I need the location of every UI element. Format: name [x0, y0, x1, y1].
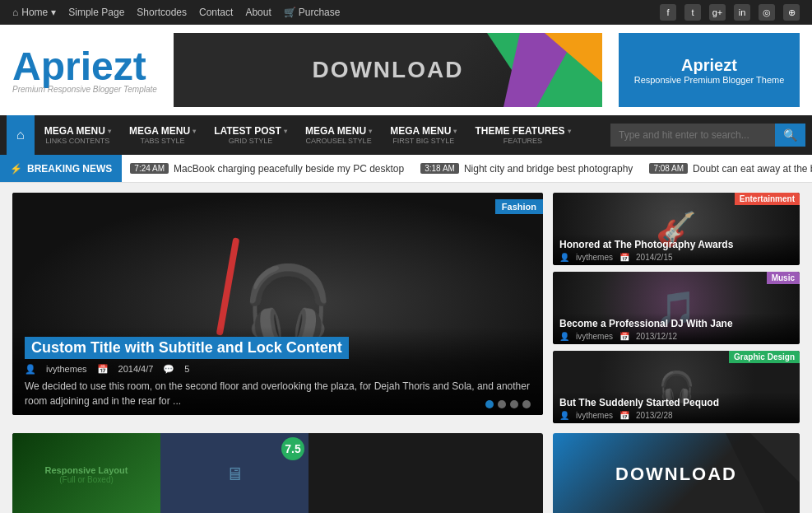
side-card-title-1: Honored at The Photography Awards [559, 239, 793, 250]
cart-icon: 🛒 [284, 7, 296, 18]
home-label: Home [21, 7, 48, 18]
nav-simple-page[interactable]: Simple Page [68, 7, 124, 18]
breaking-label-text: BREAKING NEWS [27, 163, 112, 175]
side-card-badge-2: Music [767, 272, 800, 284]
nav-theme-features[interactable]: THEME FEATURES▾ FEATURES [466, 115, 578, 155]
featured-title[interactable]: Custom Title with Subtitle and Lock Cont… [25, 337, 349, 359]
rss-icon[interactable]: ⊕ [783, 4, 800, 21]
thumb-icon-2: 🖥 [225, 464, 244, 485]
logo-letter: A [12, 44, 41, 88]
nav-latest-post[interactable]: LATEST POST▾ GRID STYLE [206, 115, 295, 155]
nav-mega-menu-2[interactable]: MEGA MENU▾ TABS STYLE [121, 115, 204, 155]
breaking-item-2[interactable]: 3:18 AM Night city and bridge best photo… [420, 163, 633, 175]
nav-sub-1: LINKS CONTENTS [45, 137, 109, 145]
facebook-icon[interactable]: f [660, 4, 676, 21]
search-button[interactable]: 🔍 [775, 124, 805, 147]
arrow-2: ▾ [193, 128, 196, 135]
side-date-3: 2013/2/28 [636, 411, 673, 420]
arrow-5: ▾ [453, 128, 457, 135]
nav-sub-4: CAROUSEL STYLE [305, 137, 371, 145]
linkedin-icon[interactable]: in [734, 4, 750, 21]
logo[interactable]: Apriezt Premium Responsive Blogger Templ… [12, 47, 157, 94]
banner-right: Apriezt Responsive Premium Blogger Theme [619, 33, 800, 107]
nav-label-1: MEGA MENU [44, 125, 105, 137]
side-author-1: ivythemes [576, 253, 613, 262]
nav-mega-menu-4[interactable]: MEGA MENU▾ FIRST BIG STYLE [382, 115, 465, 155]
thumb-img-1: Responsive Layout (Full or Boxed) [12, 433, 160, 513]
featured-category-badge[interactable]: Fashion [495, 199, 543, 214]
side-card-info-2: Become a Professional DJ With Jane 👤 ivy… [553, 313, 800, 344]
bottom-download-banner[interactable]: DOWNLOAD [553, 433, 800, 513]
calendar-icon: 📅 [97, 364, 109, 375]
breaking-news-bar: ⚡ BREAKING NEWS 7:24 AM MacBook charging… [0, 155, 812, 183]
home-icon: ⌂ [12, 7, 18, 18]
header-banner[interactable]: DOWNLOAD [174, 33, 602, 107]
dot-2[interactable] [498, 400, 506, 408]
breaking-time-1: 7:24 AM [130, 163, 169, 174]
main-navigation: ⌂ MEGA MENU▾ LINKS CONTENTS MEGA MENU▾ T… [0, 115, 812, 155]
side-card-3[interactable]: Graphic Design But The Suddenly Started … [553, 351, 800, 423]
instagram-icon[interactable]: ◎ [759, 4, 775, 21]
bottom-thumb-2: 🖥 7.5 [160, 433, 309, 513]
nav-mega-menu-1[interactable]: MEGA MENU▾ LINKS CONTENTS [36, 115, 119, 155]
featured-comments: 5 [184, 364, 189, 375]
bottom-left-inner: Responsive Layout (Full or Boxed) 🖥 7.5 [12, 433, 543, 513]
banner-shapes [438, 33, 602, 107]
arrow-6: ▾ [568, 128, 571, 135]
nav-contact[interactable]: Contact [199, 7, 233, 18]
bottom-card[interactable]: Responsive Layout (Full or Boxed) 🖥 7.5 [12, 433, 543, 513]
dot-4[interactable] [522, 400, 531, 408]
rating-score: 7.5 [281, 437, 304, 460]
comment-icon: 💬 [163, 364, 174, 375]
search-input[interactable] [610, 124, 775, 147]
nav-mega-menu-3[interactable]: MEGA MENU▾ CAROUSEL STYLE [297, 115, 380, 155]
breaking-item-1[interactable]: 7:24 AM MacBook charging peacefully besi… [130, 163, 404, 175]
featured-author: ivythemes [46, 364, 87, 375]
nav-sub-2: TABS STYLE [141, 137, 185, 145]
twitter-icon[interactable]: t [684, 4, 701, 21]
side-author-3: ivythemes [576, 411, 613, 420]
side-card-badge-3: Graphic Design [729, 351, 800, 363]
side-card-info-1: Honored at The Photography Awards 👤 ivyt… [553, 234, 800, 265]
breaking-item-3[interactable]: 7:08 AM Doubt can eat away at the best o… [649, 163, 812, 175]
breaking-ticker: 7:24 AM MacBook charging peacefully besi… [122, 163, 812, 175]
thumb-text-2: (Full or Boxed) [59, 475, 114, 484]
social-icons: f t g+ in ◎ ⊕ [660, 4, 800, 21]
side-card-title-3: But The Suddenly Started Pequod [559, 397, 793, 408]
thumb-img-2: 🖥 7.5 [160, 433, 309, 513]
side-card-title-2: Become a Professional DJ With Jane [559, 318, 793, 329]
nav-label-6: THEME FEATURES [475, 125, 564, 137]
side-card-2[interactable]: Music Become a Professional DJ With Jane… [553, 272, 800, 344]
nav-sub-6: FEATURES [503, 137, 542, 145]
nav-shortcodes[interactable]: Shortcodes [137, 7, 187, 18]
dot-1[interactable] [485, 400, 494, 408]
purchase-label: Purchase [299, 7, 341, 18]
nav-home[interactable]: ⌂ Home ▾ [12, 7, 56, 18]
side-card-meta-2: 👤 ivythemes 📅 2013/12/12 [559, 332, 793, 341]
right-sidebar: Entertainment Honored at The Photography… [553, 193, 800, 423]
bottom-thumb-1: Responsive Layout (Full or Boxed) [12, 433, 160, 513]
nav-sub-5: FIRST BIG STYLE [392, 137, 454, 145]
arrow-icon: ▾ [51, 7, 56, 18]
google-plus-icon[interactable]: g+ [709, 4, 726, 21]
breaking-time-2: 3:18 AM [420, 163, 459, 174]
nav-about[interactable]: About [245, 7, 271, 18]
banner-right-title: Apriezt [681, 56, 737, 75]
calendar-icon-3: 📅 [619, 411, 629, 420]
breaking-text-1: MacBook charging peacefully beside my PC… [174, 163, 404, 175]
logo-tagline: Premium Responsive Blogger Template [12, 85, 157, 94]
nav-purchase[interactable]: 🛒 Purchase [284, 7, 341, 18]
slider-dots [485, 400, 531, 408]
side-author-2: ivythemes [576, 332, 613, 341]
side-card-1[interactable]: Entertainment Honored at The Photography… [553, 193, 800, 265]
top-nav-links: ⌂ Home ▾ Simple Page Shortcodes Contact … [12, 7, 340, 18]
top-navigation: ⌂ Home ▾ Simple Page Shortcodes Contact … [0, 0, 812, 25]
calendar-icon-2: 📅 [619, 332, 629, 341]
site-header: Apriezt Premium Responsive Blogger Templ… [0, 25, 812, 115]
calendar-icon-1: 📅 [619, 253, 629, 262]
author-icon-3: 👤 [559, 411, 569, 420]
nav-home-button[interactable]: ⌂ [7, 115, 35, 155]
dot-3[interactable] [510, 400, 518, 408]
side-card-info-3: But The Suddenly Started Pequod 👤 ivythe… [553, 392, 800, 423]
author-icon: 👤 [25, 364, 36, 375]
